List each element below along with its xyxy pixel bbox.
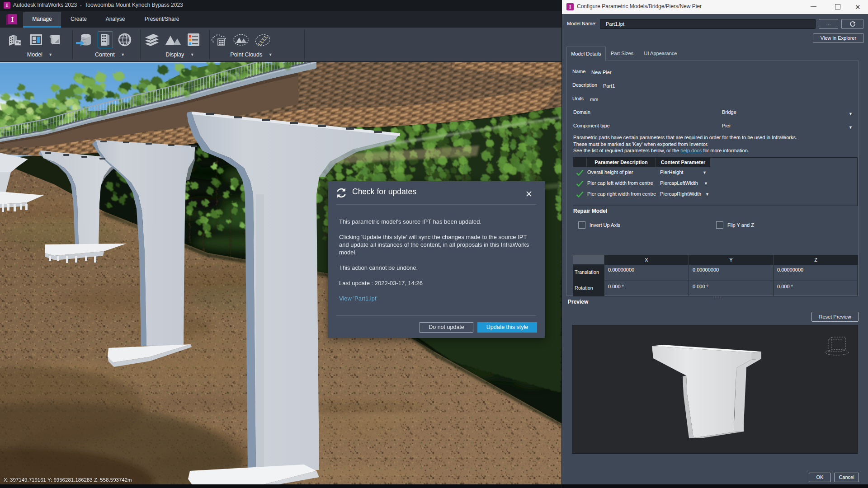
svg-text:I: I bbox=[11, 16, 14, 23]
